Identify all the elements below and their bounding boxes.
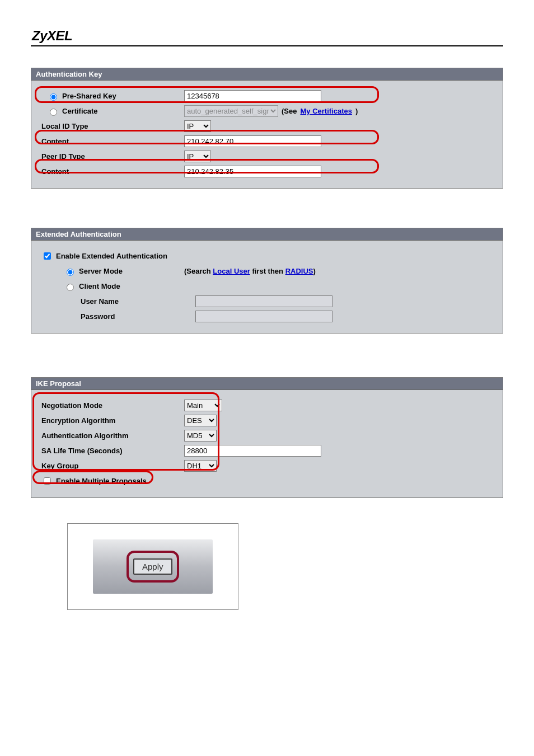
label-pre-shared-key: Pre-Shared Key bbox=[62, 92, 116, 100]
label-enable-multiple-proposals: Enable Multiple Proposals bbox=[56, 477, 147, 485]
apply-button-container: Apply bbox=[67, 523, 238, 610]
text-search-open: (Search bbox=[184, 267, 213, 275]
label-peer-id-type: Peer ID Type bbox=[41, 152, 85, 161]
label-password: Password bbox=[81, 312, 115, 321]
label-user-name: User Name bbox=[81, 297, 119, 306]
label-server-mode: Server Mode bbox=[79, 267, 123, 275]
text-search-mid: first then bbox=[250, 267, 285, 275]
input-content-local[interactable] bbox=[184, 135, 321, 147]
input-password[interactable] bbox=[195, 311, 332, 322]
link-my-certificates[interactable]: My Certificates bbox=[300, 107, 352, 115]
radio-client-mode[interactable] bbox=[67, 284, 74, 291]
select-certificate[interactable]: auto_generated_self_signed_cert bbox=[184, 105, 278, 117]
select-encryption-algorithm[interactable]: DES bbox=[184, 415, 217, 426]
label-content-peer: Content bbox=[41, 167, 69, 176]
brand-rule bbox=[31, 45, 503, 46]
select-negotiation-mode[interactable]: Main bbox=[184, 400, 222, 411]
input-sa-life-time[interactable] bbox=[184, 445, 321, 457]
label-authentication-algorithm: Authentication Algorithm bbox=[41, 431, 129, 440]
text-see-close: ) bbox=[355, 107, 358, 115]
text-search-close: ) bbox=[313, 267, 315, 275]
radio-server-mode[interactable] bbox=[67, 269, 74, 276]
input-user-name[interactable] bbox=[195, 295, 332, 307]
panel-header-ike: IKE Proposal bbox=[31, 378, 503, 390]
select-peer-id-type[interactable]: IP bbox=[184, 151, 211, 162]
label-negotiation-mode: Negotiation Mode bbox=[41, 401, 102, 410]
link-local-user[interactable]: Local User bbox=[213, 267, 250, 275]
radio-pre-shared-key[interactable] bbox=[50, 93, 57, 101]
input-content-peer[interactable] bbox=[184, 166, 321, 177]
label-enable-extended-auth: Enable Extended Authentication bbox=[56, 252, 167, 260]
brand-logo: ZyXEL bbox=[32, 28, 503, 44]
checkbox-enable-multiple-proposals[interactable] bbox=[44, 477, 51, 485]
select-local-id-type[interactable]: IP bbox=[184, 120, 211, 132]
panel-extended-authentication: Extended Authentication Enable Extended … bbox=[31, 228, 503, 334]
highlight-annotation: Apply bbox=[127, 551, 179, 583]
panel-header-auth-key: Authentication Key bbox=[31, 68, 503, 81]
apply-button[interactable]: Apply bbox=[133, 558, 172, 575]
label-local-id-type: Local ID Type bbox=[41, 122, 88, 130]
panel-header-ext-auth: Extended Authentication bbox=[31, 228, 503, 241]
panel-authentication-key: Authentication Key Pre-Shared Key bbox=[31, 68, 503, 189]
panel-ike-proposal: IKE Proposal Negotiation Mode Main Encry… bbox=[31, 377, 503, 498]
text-see-open: (See bbox=[282, 107, 297, 115]
label-content-local: Content bbox=[41, 137, 69, 145]
label-certificate: Certificate bbox=[62, 107, 98, 115]
label-client-mode: Client Mode bbox=[79, 282, 120, 290]
label-key-group: Key Group bbox=[41, 462, 78, 470]
select-authentication-algorithm[interactable]: MD5 bbox=[184, 430, 217, 442]
label-sa-life-time: SA Life Time (Seconds) bbox=[41, 447, 122, 455]
radio-certificate[interactable] bbox=[50, 109, 57, 116]
checkbox-enable-extended-auth[interactable] bbox=[44, 252, 51, 260]
label-encryption-algorithm: Encryption Algorithm bbox=[41, 416, 115, 425]
select-key-group[interactable]: DH1 bbox=[184, 460, 217, 472]
link-radius[interactable]: RADIUS bbox=[285, 267, 313, 275]
input-pre-shared-key[interactable] bbox=[184, 90, 321, 102]
